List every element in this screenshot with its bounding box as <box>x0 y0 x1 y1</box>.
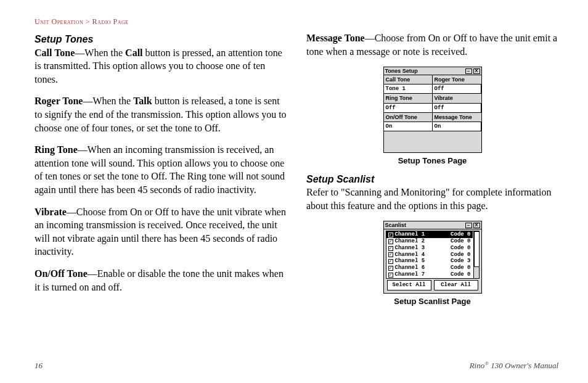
footer: 16 Rino® 130 Owner's Manual <box>35 360 558 371</box>
t: —When the <box>75 47 125 58</box>
scanlist-channel: Channel 7 <box>395 272 449 278</box>
scanlist-code: Code 0 <box>451 265 470 271</box>
heading-setup-scanlist: Setup Scanlist <box>306 173 558 186</box>
t: —Choose from On or Off to have the unit … <box>35 207 286 257</box>
scanlist-code: Code 0 <box>451 252 470 258</box>
para-vibrate: Vibrate—Choose from On or Off to have th… <box>35 205 287 258</box>
page-number: 16 <box>35 361 43 371</box>
para-message-tone: Message Tone—Choose from On or Off to ha… <box>306 31 558 58</box>
clear-all-button: Clear All <box>434 280 478 290</box>
tones-caption: Setup Tones Page <box>306 155 558 167</box>
term-vibrate: Vibrate <box>35 207 67 217</box>
scanlist-channel: Channel 3 <box>395 245 449 252</box>
scanlist-titlebar: Scanlist – X <box>384 221 481 229</box>
para-onoff-tone: On/Off Tone—Enable or disable the tone t… <box>35 267 287 294</box>
tones-value: Tone 1 <box>384 84 433 94</box>
minimize-icon: – <box>465 68 472 74</box>
tones-window: Tones Setup – X Call Tone Roger Tone Ton… <box>383 67 482 153</box>
checkbox-icon: ✓ <box>388 246 393 251</box>
term-message-tone: Message Tone <box>306 33 365 43</box>
scanlist-row: ✓Channel 4Code 0 <box>386 252 473 258</box>
select-all-button: Select All <box>387 280 431 290</box>
tones-label: On/Off Tone <box>384 113 433 122</box>
right-column: Message Tone—Choose from On or Off to ha… <box>306 31 558 310</box>
close-icon: X <box>473 223 480 228</box>
tones-value: Off <box>433 104 481 113</box>
scanlist-channel: Channel 2 <box>395 239 449 245</box>
para-ring-tone: Ring Tone—When an incoming transmission … <box>35 143 287 196</box>
term-onoff-tone: On/Off Tone <box>35 268 88 279</box>
para-scanlist: Refer to "Scanning and Monitoring" for c… <box>306 186 558 212</box>
scanlist-code: Code 0 <box>451 245 470 252</box>
scanlist-code: Code 3 <box>451 258 470 265</box>
figure-scanlist: Scanlist – X ✓Channel 1Code 0✓Channel 2C… <box>306 221 558 307</box>
tones-title: Tones Setup <box>385 67 464 75</box>
scanlist-code: Code 0 <box>451 272 470 278</box>
scanlist-channel: Channel 4 <box>395 252 449 258</box>
scrollbar-thumb <box>474 231 479 267</box>
scanlist-row: ✓Channel 3Code 0 <box>386 245 473 252</box>
t: 130 Owner's Manual <box>489 361 558 370</box>
checkbox-icon: ✓ <box>388 266 393 271</box>
scanlist-row: ✓Channel 7Code 0 <box>386 272 473 279</box>
checkbox-icon: ✓ <box>388 252 393 257</box>
term-call-button: Call <box>125 47 142 58</box>
scanlist-body: ✓Channel 1Code 0✓Channel 2Code 0✓Channel… <box>384 229 481 292</box>
scanlist-list: ✓Channel 1Code 0✓Channel 2Code 0✓Channel… <box>386 231 480 279</box>
tones-value: Off <box>433 84 481 94</box>
t: Rino <box>470 361 485 370</box>
checkbox-icon: ✓ <box>388 233 393 237</box>
figure-tones-setup: Tones Setup – X Call Tone Roger Tone Ton… <box>306 67 558 166</box>
term-call-tone: Call Tone <box>35 47 75 58</box>
tones-blank <box>384 131 481 152</box>
scanlist-channel: Channel 1 <box>395 232 449 238</box>
scanlist-code: Code 0 <box>451 239 470 245</box>
close-icon: X <box>473 68 480 74</box>
term-talk-button: Talk <box>133 96 152 106</box>
scrollbar <box>473 231 479 278</box>
minimize-icon: – <box>465 223 472 228</box>
footer-product: Rino® 130 Owner's Manual <box>470 360 558 371</box>
checkbox-icon: ✓ <box>388 273 393 278</box>
tones-label: Vibrate <box>433 94 481 103</box>
scanlist-title: Scanlist <box>385 221 464 229</box>
scanlist-channel: Channel 5 <box>395 258 449 265</box>
tones-value: On <box>433 122 481 131</box>
left-column: Setup Tones Call Tone—When the Call butt… <box>35 31 287 310</box>
tones-label: Roger Tone <box>433 75 481 84</box>
tones-value: Off <box>384 104 433 113</box>
scanlist-code: Code 0 <box>451 232 470 238</box>
scanlist-row: ✓Channel 5Code 3 <box>386 258 473 265</box>
breadcrumb: Unit Operation > Radio Page <box>35 17 558 27</box>
heading-setup-tones: Setup Tones <box>35 33 287 46</box>
scanlist-caption: Setup Scanlist Page <box>306 296 558 307</box>
checkbox-icon: ✓ <box>388 239 393 244</box>
scanlist-channel: Channel 6 <box>395 265 449 271</box>
term-roger-tone: Roger Tone <box>35 96 83 106</box>
tones-titlebar: Tones Setup – X <box>384 67 481 75</box>
tones-label: Call Tone <box>384 75 433 84</box>
tones-label: Message Tone <box>433 113 481 122</box>
tones-grid: Call Tone Roger Tone Tone 1 Off Ring Ton… <box>384 75 481 152</box>
para-call-tone: Call Tone—When the Call button is presse… <box>35 46 287 86</box>
scanlist-row: ✓Channel 2Code 0 <box>386 238 473 245</box>
para-roger-tone: Roger Tone—When the Talk button is relea… <box>35 94 287 134</box>
scanlist-row: ✓Channel 1Code 0 <box>386 231 473 238</box>
tones-label: Ring Tone <box>384 94 433 103</box>
tones-value: On <box>384 122 433 131</box>
checkbox-icon: ✓ <box>388 259 393 264</box>
scanlist-window: Scanlist – X ✓Channel 1Code 0✓Channel 2C… <box>383 221 482 293</box>
term-ring-tone: Ring Tone <box>35 144 78 155</box>
t: —When the <box>83 96 133 106</box>
scanlist-row: ✓Channel 6Code 0 <box>386 265 473 272</box>
